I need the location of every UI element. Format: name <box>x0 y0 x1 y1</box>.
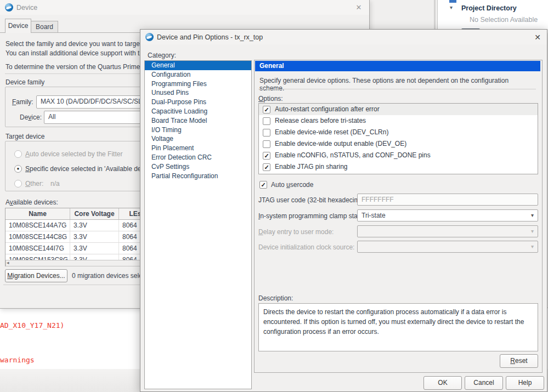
auto-usercode-checkbox[interactable]: ✓ <box>259 181 267 189</box>
jtag-user-code-input[interactable]: FFFFFFFF <box>357 194 538 206</box>
init-clock-source-label: Device initialization clock source: <box>258 243 354 251</box>
quartus-icon <box>5 3 13 12</box>
option-device-wide-reset[interactable]: Enable device-wide reset (DEV_CLRn) <box>259 127 538 138</box>
auto-usercode-label: Auto usercode <box>271 181 313 189</box>
category-item-configuration[interactable]: Configuration <box>145 70 251 79</box>
cancel-button[interactable]: Cancel <box>465 376 503 390</box>
migration-devices-button[interactable]: Migration Devices... <box>5 269 67 282</box>
checkbox[interactable]: ✓ <box>263 152 270 160</box>
collapse-triangle-icon[interactable]: ▾ <box>450 4 453 10</box>
option-release-clears[interactable]: Release clears before tri-states <box>259 115 538 127</box>
jtag-user-code-label: JTAG user code (32-bit hexadecimal): <box>258 196 369 204</box>
message-line-1: AD_X10_Y17_N21) <box>0 321 64 329</box>
delay-entry-combobox[interactable]: ▾ <box>357 225 538 237</box>
clamp-state-combobox[interactable]: Tri-state ▾ <box>357 209 538 221</box>
checkbox[interactable]: ✓ <box>263 106 270 113</box>
pin-dialog-titlebar[interactable]: Device and Pin Options - tx_rx_top ✕ <box>140 30 547 44</box>
column-core-voltage[interactable]: Core Voltage <box>70 208 119 219</box>
radio-other-label: Other: <box>25 180 43 188</box>
category-item-dual-purpose-pins[interactable]: Dual-Purpose Pins <box>145 98 251 107</box>
category-item-capacitive-loading[interactable]: Capacitive Loading <box>145 107 251 116</box>
option-auto-restart[interactable]: ✓ Auto-restart configuration after error <box>259 104 538 115</box>
radio-other[interactable] <box>14 180 22 188</box>
quartus-icon <box>145 33 154 41</box>
category-item-pin-placement[interactable]: Pin Placement <box>145 144 251 153</box>
options-label: Options: <box>258 95 283 103</box>
pin-dialog-title: Device and Pin Options - tx_rx_top <box>157 33 263 41</box>
device-family-caption: Device family <box>5 78 44 86</box>
category-item-io-timing[interactable]: I/O Timing <box>145 126 251 135</box>
radio-specific-device[interactable]: ● <box>14 165 22 173</box>
option-jtag-pin-sharing[interactable]: ✓ Enable JTAG pin sharing <box>259 161 538 173</box>
category-item-unused-pins[interactable]: Unused Pins <box>145 88 251 98</box>
device-value: All <box>48 113 55 121</box>
checkbox[interactable]: ✓ <box>263 163 270 171</box>
column-name[interactable]: Name <box>5 208 70 219</box>
available-devices-caption: Available devices: <box>5 198 58 206</box>
checkbox[interactable] <box>263 140 270 148</box>
clipped-item-fragment <box>449 0 456 3</box>
option-device-wide-output-enable[interactable]: Enable device-wide output enable (DEV_OE… <box>259 138 538 150</box>
message-line-2: warnings <box>0 356 35 364</box>
target-device-caption: Target device <box>5 133 44 140</box>
no-selection-label: No Selection Available <box>470 16 538 24</box>
radio-other-value: n/a <box>50 180 60 188</box>
radio-auto-device-label: Auto device selected by the Fitter <box>25 150 122 158</box>
category-item-board-trace-model[interactable]: Board Trace Model <box>145 116 251 126</box>
panel-divider <box>258 89 536 89</box>
chevron-down-icon: ▾ <box>531 210 534 221</box>
device-dialog-titlebar[interactable]: Device ✕ <box>0 0 369 15</box>
tab-board[interactable]: Board <box>31 21 58 33</box>
project-directory-label[interactable]: Project Directory <box>461 4 517 12</box>
help-button[interactable]: Help <box>506 376 544 390</box>
options-list: ✓ Auto-restart configuration after error… <box>258 103 538 174</box>
checkbox[interactable] <box>263 129 270 137</box>
family-value: MAX 10 (DA/DD/DF/DC/SA/SC/SL) <box>41 98 144 105</box>
category-label: Category: <box>148 52 176 59</box>
category-item-cvp-settings[interactable]: CvP Settings <box>145 162 251 172</box>
radio-specific-device-label: Specific device selected in 'Available d… <box>25 165 157 173</box>
category-item-programming-files[interactable]: Programming Files <box>145 79 251 89</box>
family-label: Family: <box>12 98 33 106</box>
panel-header: General <box>255 61 540 71</box>
description-label: Description: <box>258 294 293 302</box>
device-dialog-title: Device <box>16 4 37 12</box>
close-icon[interactable]: ✕ <box>532 32 544 43</box>
description-box: Directs the device to restart the config… <box>258 303 538 351</box>
device-label: Device: <box>20 113 42 121</box>
radio-auto-device[interactable] <box>14 150 22 158</box>
panel-splitter[interactable] <box>434 0 436 31</box>
tab-device[interactable]: Device <box>5 19 31 33</box>
category-list[interactable]: General Configuration Programming Files … <box>144 60 252 389</box>
init-clock-source-combobox[interactable]: ▾ <box>357 241 538 253</box>
category-item-general[interactable]: General <box>145 61 251 70</box>
device-pin-options-dialog: Device and Pin Options - tx_rx_top ✕ Cat… <box>140 29 547 392</box>
chevron-down-icon: ▾ <box>531 241 534 252</box>
panel-summary: Specify general device options. These op… <box>259 77 534 92</box>
project-navigator-panel: ▾ Project Directory No Selection Availab… <box>437 0 548 33</box>
clamp-state-label: In-system programming clamp state: <box>258 212 365 220</box>
chevron-down-icon: ▾ <box>531 226 534 237</box>
category-item-partial-reconfiguration[interactable]: Partial Reconfiguration <box>145 172 251 181</box>
checkbox[interactable] <box>263 117 270 125</box>
quartus-screen: AD_X10_Y17_N21) warnings ▾ Project Direc… <box>0 0 548 392</box>
close-icon[interactable]: ✕ <box>353 2 365 13</box>
ok-button[interactable]: OK <box>423 376 462 390</box>
category-item-voltage[interactable]: Voltage <box>145 134 251 144</box>
scroll-left-icon[interactable]: ◂ <box>7 260 9 265</box>
reset-button[interactable]: Reset <box>500 354 538 368</box>
category-item-error-detection-crc[interactable]: Error Detection CRC <box>145 153 251 162</box>
delay-entry-label: Delay entry to user mode: <box>258 228 334 236</box>
option-enable-nconfig[interactable]: ✓ Enable nCONFIG, nSTATUS, and CONF_DONE… <box>259 150 538 161</box>
